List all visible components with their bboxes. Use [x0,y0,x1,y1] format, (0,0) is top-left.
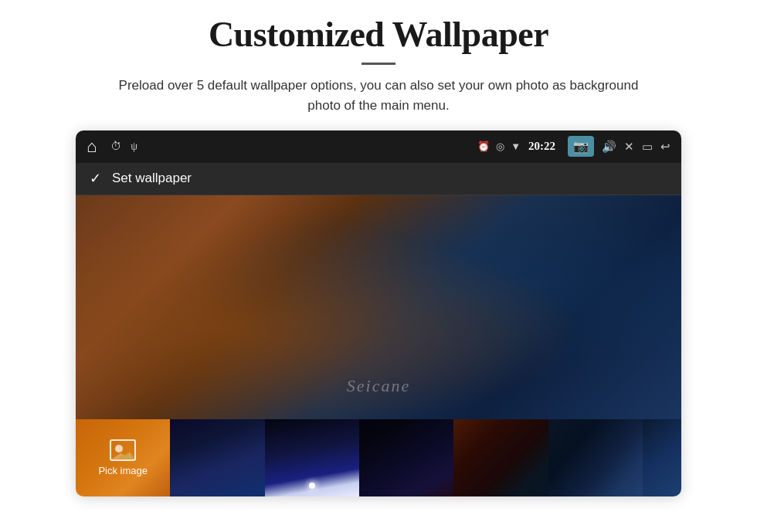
time-display: 20:22 [528,140,555,153]
usb-icon: ψ [131,141,137,153]
wallpaper-thumb-3[interactable] [359,419,453,496]
wallpaper-bar: ✓ Set wallpaper [76,163,681,195]
status-bar: ⌂ ⏱ ψ ⏰ ◎ ▼ 20:22 📷 🔊 ✕ [76,130,681,163]
clock-small-icon: ⏱ [110,141,121,153]
status-icons-right: ⏰ ◎ ▼ [477,141,521,153]
check-icon: ✓ [90,170,101,187]
window-icon[interactable]: ▭ [642,140,653,154]
action-icons: 🔊 ✕ ▭ ↩ [602,140,670,154]
set-wallpaper-label: Set wallpaper [112,171,192,186]
alarm-icon: ⏰ [477,141,490,153]
pick-image-icon [110,439,136,461]
wallpaper-thumb-2[interactable] [265,419,359,496]
wallpaper-thumb-1[interactable] [170,419,264,496]
status-bar-right: ⏰ ◎ ▼ 20:22 📷 🔊 ✕ ▭ ↩ [477,136,670,157]
status-icons-left: ⏱ ψ [110,141,137,153]
back-icon[interactable]: ↩ [660,140,670,154]
watermark: Seicane [347,376,410,396]
page-title: Customized Wallpaper [23,14,734,55]
wallpaper-preview: Seicane [76,195,681,419]
device-frame: ⌂ ⏱ ψ ⏰ ◎ ▼ 20:22 📷 🔊 ✕ [76,130,681,496]
page-subtitle: Preload over 5 default wallpaper options… [23,76,734,117]
home-icon[interactable]: ⌂ [87,137,97,157]
status-bar-left: ⌂ ⏱ ψ [87,137,477,157]
location-icon: ◎ [496,141,504,153]
wallpaper-thumb-partial[interactable] [643,419,681,496]
camera-button[interactable]: 📷 [568,136,594,157]
volume-icon[interactable]: 🔊 [602,140,616,154]
title-divider [362,63,395,65]
pick-image-label: Pick image [98,465,148,476]
wallpaper-thumb-5[interactable] [548,419,643,496]
pick-image-thumb[interactable]: Pick image [76,419,170,496]
wallpaper-thumb-4[interactable] [453,419,548,496]
close-icon[interactable]: ✕ [624,140,634,154]
thumbnail-strip: Pick image [76,419,681,496]
wifi-icon: ▼ [511,141,521,153]
camera-icon: 📷 [573,139,589,154]
